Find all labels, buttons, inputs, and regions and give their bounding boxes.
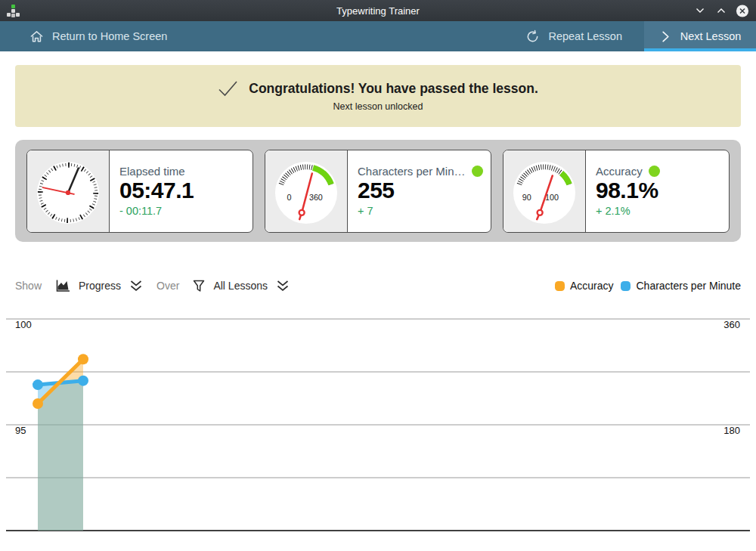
close-button[interactable] <box>736 4 749 17</box>
left-axis-tick-95: 95 <box>15 425 26 436</box>
accuracy-swatch <box>555 281 565 291</box>
stat-label: Characters per Min… <box>358 165 466 178</box>
area-chart-icon <box>55 280 70 293</box>
stats-panel: Elapsed time 05:47.1 - 00:11.7 0 360 Cha… <box>15 140 741 242</box>
show-dropdown[interactable]: Progress <box>55 280 143 293</box>
improvement-dot <box>472 166 483 177</box>
cpm-swatch <box>621 281 631 291</box>
accuracy-gauge-icon: 90 100 <box>511 158 578 224</box>
maximize-button[interactable] <box>714 4 728 17</box>
legend-item-cpm: Characters per Minute <box>621 280 741 292</box>
stat-label: Accuracy <box>596 165 643 178</box>
close-icon <box>736 4 749 18</box>
svg-text:360: 360 <box>309 192 323 201</box>
progress-chart: 100 360 95 180 <box>0 296 756 551</box>
window-title: Typewriting Trainer <box>0 5 756 17</box>
elapsed-time-card: Elapsed time 05:47.1 - 00:11.7 <box>26 150 253 233</box>
titlebar: Typewriting Trainer <box>0 0 756 21</box>
navbar: Return to Home Screen Repeat Lesson Next… <box>0 21 756 51</box>
stat-value: 98.1% <box>596 178 660 204</box>
legend-item-accuracy: Accuracy <box>555 280 614 292</box>
stat-delta: + 7 <box>358 205 483 217</box>
speed-gauge-icon: 0 360 <box>273 158 339 224</box>
chevron-right-icon <box>659 30 672 43</box>
stat-delta: + 2.1% <box>596 205 660 217</box>
chevron-down-icon <box>694 5 706 17</box>
double-chevron-down-icon <box>129 280 143 293</box>
home-icon <box>29 29 44 44</box>
double-chevron-down-icon <box>276 280 290 293</box>
chart-legend: Accuracy Characters per Minute <box>555 280 741 292</box>
chevron-up-icon <box>715 5 727 17</box>
banner-subtitle: Next lesson unlocked <box>333 101 423 112</box>
over-label: Over <box>156 280 179 292</box>
repeat-lesson-button[interactable]: Repeat Lesson <box>503 21 644 51</box>
active-tab-underline <box>644 48 756 51</box>
progress-chart-canvas <box>0 296 756 535</box>
show-value: Progress <box>79 280 121 292</box>
lesson-filter-dropdown[interactable]: All Lessons <box>193 280 290 293</box>
banner-title: Congratulations! You have passed the les… <box>249 81 538 97</box>
filter-icon <box>193 280 205 293</box>
show-label: Show <box>15 280 42 292</box>
next-lesson-button[interactable]: Next Lesson <box>644 21 756 51</box>
stat-value: 05:47.1 <box>119 178 194 204</box>
refresh-icon <box>525 29 540 44</box>
repeat-lesson-label: Repeat Lesson <box>548 30 622 42</box>
minimize-button[interactable] <box>693 4 707 17</box>
stat-value: 255 <box>358 178 483 204</box>
stat-delta: - 00:11.7 <box>119 205 194 217</box>
return-home-button[interactable]: Return to Home Screen <box>0 21 184 51</box>
left-axis-tick-100: 100 <box>15 319 32 330</box>
app-icon <box>5 3 20 18</box>
right-axis-tick-360: 360 <box>723 319 740 330</box>
svg-text:0: 0 <box>287 192 292 201</box>
stat-label: Elapsed time <box>119 165 185 178</box>
accuracy-card: 90 100 Accuracy 98.1% + 2.1% <box>503 150 730 233</box>
checkmark-icon <box>218 80 238 98</box>
next-lesson-label: Next Lesson <box>680 30 742 42</box>
clock-icon <box>35 158 101 224</box>
svg-text:90: 90 <box>522 192 531 201</box>
return-home-label: Return to Home Screen <box>52 30 167 42</box>
chart-toolbar: Show Progress Over All Lessons Accuracy … <box>15 275 741 296</box>
lesson-filter-value: All Lessons <box>213 280 268 292</box>
passed-lesson-banner: Congratulations! You have passed the les… <box>15 65 741 127</box>
improvement-dot <box>649 166 660 177</box>
cpm-card: 0 360 Characters per Min… 255 + 7 <box>265 150 491 233</box>
right-axis-tick-180: 180 <box>723 425 740 436</box>
